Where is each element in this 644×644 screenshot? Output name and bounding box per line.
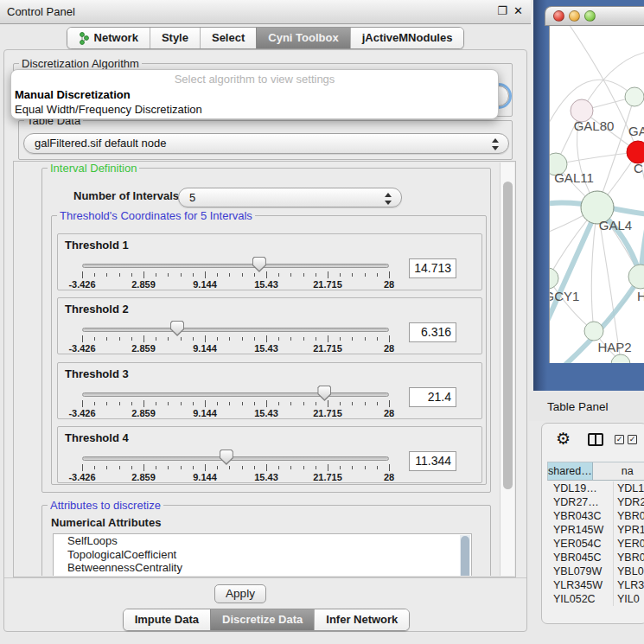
table-row[interactable]: YLR345WYLR3 xyxy=(547,578,644,592)
tick-mark xyxy=(377,337,378,341)
threshold-value-field[interactable]: 21.4 xyxy=(409,387,456,407)
slider-handle[interactable] xyxy=(220,450,233,465)
threshold-value-field[interactable]: 6.316 xyxy=(409,322,456,342)
tab-select[interactable]: Select xyxy=(200,28,256,48)
table-row[interactable]: YBR043CYBR0 xyxy=(547,509,644,523)
table-data-group: Table Data galFiltered.sif default node xyxy=(18,120,513,160)
threshold-label: Threshold 1 xyxy=(65,239,129,252)
tick-mark xyxy=(242,466,243,469)
node-label-gal11: GAL11 xyxy=(554,170,594,185)
slider-handle[interactable] xyxy=(170,321,184,336)
cell-name: YPR1 xyxy=(614,523,644,537)
table-row[interactable]: YBL079WYBL0 xyxy=(547,564,644,578)
traffic-minimize-icon[interactable] xyxy=(569,10,580,22)
table-data-combobox[interactable]: galFiltered.sif default node xyxy=(23,133,509,154)
columns-icon[interactable] xyxy=(588,433,603,446)
node-label-hap2: HAP2 xyxy=(597,340,631,354)
num-intervals-combobox[interactable]: 5 xyxy=(178,188,402,207)
tick-mark xyxy=(143,271,144,278)
node-h[interactable] xyxy=(628,265,644,289)
slider-track[interactable] xyxy=(82,456,389,461)
threshold-box-1: Threshold 1-3.4262.8599.14415.4321.71528… xyxy=(57,233,482,290)
gear-icon[interactable]: ⚙ xyxy=(556,429,571,449)
node-hap2[interactable] xyxy=(584,322,603,341)
attributes-list[interactable]: SelfLoopsTopologicalCoefficientBetweenne… xyxy=(53,533,472,576)
table-row[interactable]: YIL052CYIL0 xyxy=(547,592,644,606)
tick-mark xyxy=(193,337,194,341)
tab-style[interactable]: Style xyxy=(150,28,200,48)
tick-label: 28 xyxy=(384,343,394,354)
node-gcy1[interactable] xyxy=(550,268,558,289)
cell-shared-name: YBR043C xyxy=(547,509,614,523)
tick-mark xyxy=(316,402,316,405)
slider-ticks xyxy=(82,271,389,278)
cell-shared-name: YLR345W xyxy=(547,578,614,592)
tick-mark xyxy=(340,273,341,277)
tick-mark xyxy=(205,400,206,407)
slider-handle[interactable] xyxy=(252,257,266,272)
table-row[interactable]: YBR045CYBR0 xyxy=(547,551,644,564)
float-window-icon[interactable]: ❐ xyxy=(497,4,507,17)
column-header-shared-name[interactable]: shared… xyxy=(548,462,593,480)
attributes-scrollbar[interactable] xyxy=(460,535,470,576)
node-top-right[interactable] xyxy=(625,87,644,106)
column-header-name[interactable]: na xyxy=(593,462,644,480)
tick-label: 21.715 xyxy=(313,472,342,482)
slider-track[interactable] xyxy=(82,392,389,397)
table-row[interactable]: YDL19…YDL1 xyxy=(547,481,644,495)
tab-impute-data[interactable]: Impute Data xyxy=(124,609,210,630)
close-icon[interactable]: ✕ xyxy=(513,4,523,17)
table-panel-title: Table Panel xyxy=(547,400,609,413)
apply-button[interactable]: Apply xyxy=(214,584,266,603)
num-intervals-label: Number of Intervals xyxy=(73,189,179,202)
table-row[interactable]: YER054CYER0 xyxy=(547,537,644,551)
list-item-betweennesscentrality[interactable]: BetweennessCentrality xyxy=(54,561,471,575)
tick-mark xyxy=(365,273,366,277)
slider-track[interactable] xyxy=(82,264,389,268)
tab-label: Impute Data xyxy=(135,609,199,630)
checkbox-checked-icon[interactable]: ✓ xyxy=(615,435,624,444)
slider-track[interactable] xyxy=(82,328,389,332)
popup-option-manual-discretization[interactable]: Manual Discretization xyxy=(15,88,131,101)
control-panel-titlebar: Control Panel ❐ ✕ xyxy=(0,0,531,24)
node-label-gal4: GAL4 xyxy=(599,218,632,233)
slider-ticks xyxy=(82,400,389,407)
vertical-scrollbar[interactable] xyxy=(500,163,514,576)
node-table: shared… na YDL19…YDL1YDR27…YDR2YBR043CYB… xyxy=(547,462,644,623)
tick-mark xyxy=(290,337,291,341)
traffic-close-icon[interactable] xyxy=(553,10,564,22)
spinner-arrows-icon xyxy=(384,193,392,205)
tab-label: Cyni Toolbox xyxy=(268,28,338,48)
threshold-value-field[interactable]: 14.713 xyxy=(409,258,456,278)
table-row[interactable]: YDR27…YDR2 xyxy=(547,495,644,509)
tab-cyni-toolbox[interactable]: Cyni Toolbox xyxy=(256,28,349,48)
tick-mark xyxy=(340,466,341,469)
table-panel-titlebar: Table Panel xyxy=(529,392,644,421)
tick-mark xyxy=(290,402,291,405)
apply-row: Apply xyxy=(4,577,526,609)
list-item-selfloops[interactable]: SelfLoops xyxy=(54,534,471,548)
tab-label: Infer Network xyxy=(326,609,398,630)
tick-mark xyxy=(205,335,206,342)
tab-network[interactable]: Network xyxy=(67,28,150,48)
tick-mark xyxy=(193,402,194,405)
list-item-topologicalcoefficient[interactable]: TopologicalCoefficient xyxy=(54,548,471,562)
threshold-label: Threshold 3 xyxy=(65,367,129,380)
network-view-canvas[interactable]: GAL80GACGAL11GAL4GCY1HHAP2 xyxy=(549,26,644,363)
tab-discretize-data[interactable]: Discretize Data xyxy=(210,609,314,630)
scrollbar-thumb[interactable] xyxy=(503,182,513,489)
threshold-value-field[interactable]: 11.344 xyxy=(409,451,456,471)
cell-shared-name: YIL052C xyxy=(547,592,614,606)
tab-infer-network[interactable]: Infer Network xyxy=(314,609,409,630)
tab-jactivemnodules[interactable]: jActiveMNodules xyxy=(350,28,464,48)
traffic-zoom-icon[interactable] xyxy=(584,10,596,22)
popup-option-equal-width-frequency[interactable]: Equal Width/Frequency Discretization xyxy=(15,103,202,116)
checkbox-checked-icon[interactable]: ✓ xyxy=(628,435,637,444)
table-header-row: shared… na xyxy=(547,462,644,481)
tick-mark xyxy=(94,273,95,277)
tick-label: 21.715 xyxy=(313,408,342,418)
attributes-group: Attributes to discretize Numerical Attri… xyxy=(41,505,491,576)
table-row[interactable]: YPR145WYPR1 xyxy=(547,523,644,537)
slider-handle[interactable] xyxy=(317,386,331,401)
cell-shared-name: YBL079W xyxy=(547,564,614,578)
